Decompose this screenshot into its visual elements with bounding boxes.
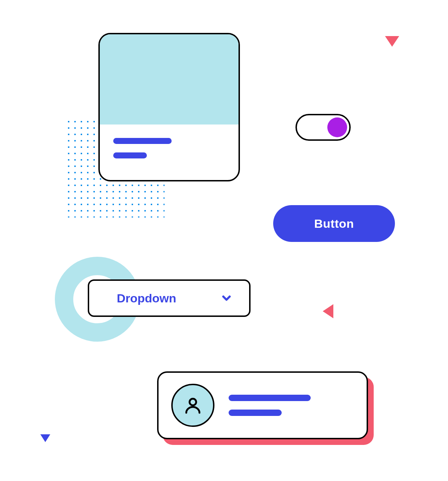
- avatar: [171, 384, 214, 427]
- toggle-knob: [327, 117, 347, 137]
- triangle-icon: [323, 304, 333, 318]
- card-image-placeholder: [100, 34, 239, 124]
- primary-button[interactable]: Button: [273, 205, 395, 242]
- svg-point-0: [190, 399, 196, 405]
- card-subtitle-placeholder: [113, 152, 147, 158]
- profile-meta-placeholder: [229, 410, 282, 416]
- toggle-switch[interactable]: [295, 114, 351, 141]
- card-body: [100, 124, 239, 158]
- profile-card[interactable]: [157, 371, 368, 439]
- profile-text: [229, 395, 354, 416]
- dropdown-label: Dropdown: [117, 291, 176, 305]
- profile-name-placeholder: [229, 395, 311, 401]
- triangle-icon: [40, 434, 50, 442]
- content-card[interactable]: [98, 33, 240, 181]
- chevron-down-icon: [220, 292, 233, 305]
- button-label: Button: [314, 217, 354, 230]
- person-icon: [183, 395, 203, 415]
- dropdown[interactable]: Dropdown: [88, 279, 251, 317]
- card-title-placeholder: [113, 138, 172, 144]
- triangle-icon: [385, 36, 399, 47]
